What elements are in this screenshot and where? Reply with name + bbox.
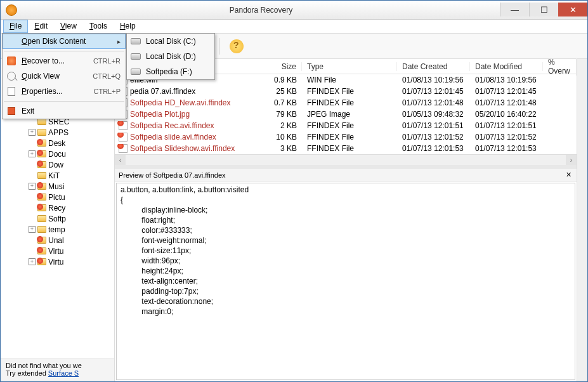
menu-view[interactable]: View	[54, 20, 83, 33]
file-row[interactable]: Softpedia Plot.jpg79 KBJPEG Image01/05/1…	[115, 109, 577, 120]
menu-separator	[4, 101, 124, 102]
window-title: Pandora Recovery	[22, 6, 500, 15]
tree-label: APPS	[48, 128, 69, 137]
preview-header: Preview of Softpedia 07.avi.ffindex ✕	[115, 169, 577, 181]
app-icon	[6, 4, 17, 16]
disk-item[interactable]: Local Disk (D:)	[127, 49, 214, 64]
file-created: 01/08/13 10:19:56	[397, 76, 470, 84]
menu-open-disk-content[interactable]: Open Disk Content ▸	[3, 34, 126, 49]
tree-item[interactable]: +temp	[3, 224, 114, 235]
folder-icon	[37, 237, 46, 244]
exit-icon	[8, 107, 15, 115]
tree-toggle-icon[interactable]: +	[29, 258, 36, 265]
file-icon	[119, 133, 127, 142]
file-row[interactable]: Softpedia Rec.avi.ffindex2 KBFFINDEX Fil…	[115, 120, 577, 131]
file-row[interactable]: pedia 07.avi.ffindex25 KBFFINDEX File01/…	[115, 86, 577, 97]
menu-exit[interactable]: Exit	[3, 103, 126, 119]
tree-item[interactable]: Dow	[3, 159, 114, 170]
scroll-left-icon[interactable]: ‹	[115, 155, 126, 166]
disk-label: Local Disk (C:)	[146, 37, 209, 46]
tree-item[interactable]: KiT	[3, 170, 114, 181]
file-size: 10 KB	[267, 133, 302, 142]
folder-tree: SREC+APPSDesk+DocuDowKiT+MusiPictuRecySo…	[1, 116, 114, 267]
tree-toggle-icon[interactable]: +	[29, 226, 36, 233]
folder-icon	[37, 129, 46, 136]
file-modified: 05/20/10 16:40:22	[470, 110, 543, 119]
disk-submenu: Local Disk (C:)Local Disk (D:)Softpedia …	[126, 33, 215, 80]
menu-properties[interactable]: Properties... CTRL+P	[3, 84, 126, 99]
file-row[interactable]: Softpedia Slideshow.avi.ffindex3 KBFFIND…	[115, 143, 577, 154]
tree-item[interactable]: Recy	[3, 202, 114, 213]
tree-toggle-icon[interactable]: +	[29, 183, 36, 190]
disk-icon	[131, 53, 141, 60]
close-button[interactable]: ✕	[558, 3, 587, 16]
tree-item[interactable]: Pictu	[3, 192, 114, 202]
file-row[interactable]: Softpedia slide.avi.ffindex10 KBFFINDEX …	[115, 131, 577, 143]
tree-item[interactable]: Desk	[3, 138, 114, 148]
col-size[interactable]: Size	[267, 62, 302, 71]
file-size: 3 KB	[267, 144, 302, 153]
horizontal-scrollbar[interactable]: ‹ ›	[115, 154, 577, 165]
file-icon	[119, 144, 127, 153]
tree-item[interactable]: +APPS	[3, 127, 114, 138]
tree-label: Virtu	[48, 247, 63, 256]
menu-quick-view[interactable]: Quick View CTRL+Q	[3, 69, 126, 84]
tree-label: Recy	[48, 204, 65, 213]
file-name: pedia 07.avi.ffindex	[130, 87, 195, 96]
tree-item[interactable]: Unal	[3, 235, 114, 246]
menu-separator	[4, 51, 124, 51]
shortcut-label: CTRL+R	[93, 57, 121, 65]
vertical-scrollbar[interactable]	[577, 59, 587, 381]
tree-item[interactable]: +Musi	[3, 181, 114, 192]
tree-toggle-icon[interactable]: +	[29, 129, 36, 136]
tree-label: Dow	[48, 161, 63, 169]
menu-help[interactable]: Help	[114, 20, 142, 33]
menu-edit[interactable]: Edit	[28, 20, 54, 33]
col-modified[interactable]: Date Modified	[470, 62, 543, 71]
tree-item[interactable]: +Docu	[3, 148, 114, 159]
tree-label: Virtu	[48, 258, 63, 267]
tree-label: Desk	[48, 139, 65, 148]
col-type[interactable]: Type	[302, 62, 397, 71]
tree-item[interactable]: +Virtu	[3, 256, 114, 267]
menu-tools[interactable]: Tools	[83, 20, 114, 33]
file-created: 01/07/13 12:01:51	[397, 121, 470, 130]
menu-file[interactable]: File	[3, 20, 28, 33]
disk-item[interactable]: Softpedia (F:)	[127, 64, 214, 79]
tree-toggle-icon[interactable]: +	[29, 150, 36, 157]
main-panel: Size Type Date Created Date Modified % O…	[115, 59, 577, 381]
status-line-1: Did not find what you we	[6, 362, 109, 369]
preview-title: Preview of Softpedia 07.avi.ffindex	[119, 171, 564, 179]
col-created[interactable]: Date Created	[397, 62, 470, 71]
file-size: 2 KB	[267, 121, 302, 130]
menu-recover-to[interactable]: Recover to... CTRL+R	[3, 53, 126, 69]
file-size: 0.7 KB	[267, 98, 302, 107]
app-window: Pandora Recovery — ☐ ✕ File Edit View To…	[0, 0, 588, 382]
shortcut-label: CTRL+Q	[93, 72, 121, 80]
folder-icon	[37, 215, 46, 222]
tree-label: Unal	[48, 236, 64, 245]
help-icon[interactable]	[230, 39, 244, 53]
tree-label: temp	[48, 225, 65, 234]
file-row[interactable]: Softpedia HD_New.avi.ffindex0.7 KBFFINDE…	[115, 97, 577, 109]
scroll-right-icon[interactable]: ›	[566, 155, 577, 166]
tree-item[interactable]: Virtu	[3, 246, 114, 256]
minimize-button[interactable]: —	[500, 3, 529, 16]
folder-icon	[37, 161, 46, 168]
file-modified: 01/07/13 12:01:48	[470, 98, 543, 107]
file-size: 79 KB	[267, 110, 302, 119]
file-name: Softpedia slide.avi.ffindex	[130, 133, 216, 142]
tree-item[interactable]: Softp	[3, 213, 114, 224]
folder-icon	[37, 183, 46, 190]
preview-close-button[interactable]: ✕	[564, 171, 573, 179]
file-created: 01/07/13 12:01:45	[397, 87, 470, 96]
file-name: Softpedia Rec.avi.ffindex	[130, 121, 214, 130]
surface-scan-link[interactable]: Surface S	[48, 369, 79, 377]
disk-icon	[131, 38, 141, 44]
maximize-button[interactable]: ☐	[529, 3, 558, 16]
folder-icon	[37, 258, 46, 265]
tree-label: Softp	[48, 214, 66, 223]
disk-item[interactable]: Local Disk (C:)	[127, 34, 214, 49]
file-modified: 01/08/13 10:19:56	[470, 76, 543, 84]
col-overwritten[interactable]: % Overw	[543, 58, 577, 76]
